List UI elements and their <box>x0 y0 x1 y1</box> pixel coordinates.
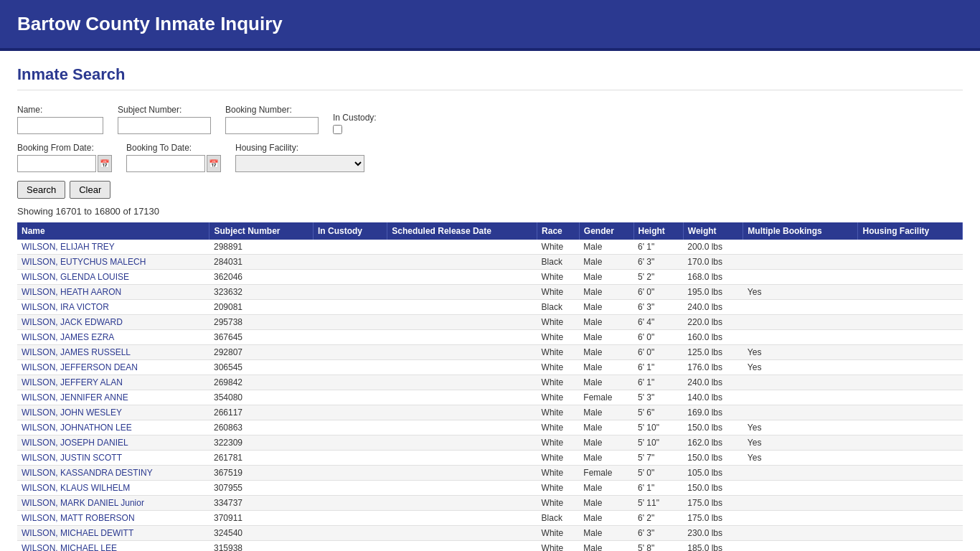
cell-multiple <box>743 405 858 420</box>
inmate-link[interactable]: WILSON, ELIJAH TREY <box>22 242 115 252</box>
inmate-link[interactable]: WILSON, EUTYCHUS MALECH <box>22 257 146 267</box>
subject-input[interactable] <box>118 117 211 134</box>
table-row: WILSON, KASSANDRA DESTINY367519WhiteFema… <box>17 466 963 481</box>
inmate-link[interactable]: WILSON, JAMES EZRA <box>22 332 114 342</box>
booking-to-input[interactable] <box>126 155 205 172</box>
inmate-link[interactable]: WILSON, IRA VICTOR <box>22 302 109 312</box>
inmate-link[interactable]: WILSON, JENNIFER ANNE <box>22 392 128 402</box>
inmate-link[interactable]: WILSON, MICHAEL DEWITT <box>22 528 133 538</box>
site-header: Bartow County Inmate Inquiry <box>0 0 980 51</box>
cell-srd <box>387 330 537 345</box>
cell-in-custody <box>314 435 387 451</box>
cell-weight: 240.0 lbs <box>683 375 743 390</box>
inmate-link[interactable]: WILSON, MATT ROBERSON <box>22 513 135 523</box>
booking-to-calendar-button[interactable]: 📅 <box>207 155 221 172</box>
cell-srd <box>387 390 537 405</box>
cell-race: Black <box>537 300 580 315</box>
cell-race: White <box>537 435 580 451</box>
inmate-link[interactable]: WILSON, KASSANDRA DESTINY <box>22 468 153 478</box>
cell-height: 6' 3" <box>633 255 683 270</box>
housing-select[interactable]: Option A Option B <box>235 155 364 172</box>
cell-height: 5' 6" <box>633 405 683 420</box>
col-facility: Housing Facility <box>858 222 963 240</box>
table-row: WILSON, MATT ROBERSON370911BlackMale6' 2… <box>17 511 963 526</box>
inmate-link[interactable]: WILSON, JOHNATHON LEE <box>22 423 132 433</box>
cell-subject: 284031 <box>209 255 314 270</box>
cell-srd <box>387 255 537 270</box>
cell-subject: 334737 <box>209 496 314 511</box>
col-subject: Subject Number <box>209 222 314 240</box>
cell-race: White <box>537 330 580 345</box>
cell-subject: 367645 <box>209 330 314 345</box>
name-field-group: Name: <box>17 105 103 134</box>
inmate-link[interactable]: WILSON, JAMES RUSSELL <box>22 347 131 357</box>
cell-name: WILSON, JAMES RUSSELL <box>17 345 209 360</box>
cell-height: 6' 1" <box>633 481 683 496</box>
inmate-link[interactable]: WILSON, KLAUS WILHELM <box>22 483 130 493</box>
inmate-link[interactable]: WILSON, MARK DANIEL Junior <box>22 498 144 508</box>
cell-srd <box>387 420 537 435</box>
main-content: Inmate Search Name: Subject Number: Book… <box>0 51 980 551</box>
booking-from-label: Booking From Date: <box>17 143 112 153</box>
cell-gender: Male <box>579 405 633 420</box>
booking-input[interactable] <box>225 117 319 134</box>
cell-gender: Male <box>579 315 633 330</box>
table-row: WILSON, ELIJAH TREY298891WhiteMale6' 1"2… <box>17 240 963 255</box>
table-row: WILSON, GLENDA LOUISE362046WhiteMale5' 2… <box>17 270 963 285</box>
inmate-link[interactable]: WILSON, HEATH AARON <box>22 287 121 297</box>
cell-srd <box>387 300 537 315</box>
cell-height: 6' 1" <box>633 360 683 375</box>
cell-subject: 269842 <box>209 375 314 390</box>
cell-name: WILSON, JEFFERY ALAN <box>17 375 209 390</box>
booking-from-input[interactable] <box>17 155 96 172</box>
cell-facility <box>858 451 963 466</box>
custody-checkbox[interactable] <box>333 125 342 134</box>
cell-height: 5' 3" <box>633 390 683 405</box>
cell-in-custody <box>314 466 387 481</box>
cell-srd <box>387 451 537 466</box>
inmate-link[interactable]: WILSON, JEFFERY ALAN <box>22 377 123 387</box>
inmate-link[interactable]: WILSON, MICHAEL LEE <box>22 543 117 551</box>
cell-in-custody <box>314 315 387 330</box>
inmate-link[interactable]: WILSON, JOSEPH DANIEL <box>22 438 128 448</box>
cell-name: WILSON, JEFFERSON DEAN <box>17 360 209 375</box>
cell-weight: 160.0 lbs <box>683 330 743 345</box>
results-table: Name Subject Number In Custody Scheduled… <box>17 222 963 551</box>
table-body: WILSON, ELIJAH TREY298891WhiteMale6' 1"2… <box>17 240 963 551</box>
inmate-link[interactable]: WILSON, JEFFERSON DEAN <box>22 362 138 372</box>
booking-from-field-group: Booking From Date: 📅 <box>17 143 112 172</box>
name-input[interactable] <box>17 117 103 134</box>
cell-name: WILSON, EUTYCHUS MALECH <box>17 255 209 270</box>
table-row: WILSON, MARK DANIEL Junior334737WhiteMal… <box>17 496 963 511</box>
inmate-link[interactable]: WILSON, JUSTIN SCOTT <box>22 453 122 463</box>
cell-multiple <box>743 511 858 526</box>
cell-name: WILSON, JOHNATHON LEE <box>17 420 209 435</box>
booking-from-calendar-button[interactable]: 📅 <box>98 155 112 172</box>
cell-subject: 292807 <box>209 345 314 360</box>
booking-from-wrap: 📅 <box>17 155 112 172</box>
cell-gender: Female <box>579 466 633 481</box>
cell-multiple: Yes <box>743 435 858 451</box>
cell-multiple <box>743 390 858 405</box>
search-button[interactable]: Search <box>17 181 65 199</box>
cell-name: WILSON, JACK EDWARD <box>17 315 209 330</box>
cell-height: 6' 1" <box>633 240 683 255</box>
cell-facility <box>858 405 963 420</box>
cell-facility <box>858 481 963 496</box>
custody-label: In Custody: <box>333 113 377 123</box>
cell-subject: 324540 <box>209 526 314 541</box>
cell-race: White <box>537 270 580 285</box>
inmate-link[interactable]: WILSON, JOHN WESLEY <box>22 408 122 418</box>
cell-race: White <box>537 496 580 511</box>
form-row-1: Name: Subject Number: Booking Number: In… <box>17 105 963 134</box>
cell-gender: Male <box>579 285 633 300</box>
cell-multiple: Yes <box>743 451 858 466</box>
clear-button[interactable]: Clear <box>70 181 110 199</box>
cell-multiple <box>743 300 858 315</box>
table-row: WILSON, JEFFERSON DEAN306545WhiteMale6' … <box>17 360 963 375</box>
cell-race: White <box>537 375 580 390</box>
booking-to-wrap: 📅 <box>126 155 221 172</box>
inmate-link[interactable]: WILSON, JACK EDWARD <box>22 317 123 327</box>
inmate-link[interactable]: WILSON, GLENDA LOUISE <box>22 272 129 282</box>
cell-weight: 175.0 lbs <box>683 511 743 526</box>
